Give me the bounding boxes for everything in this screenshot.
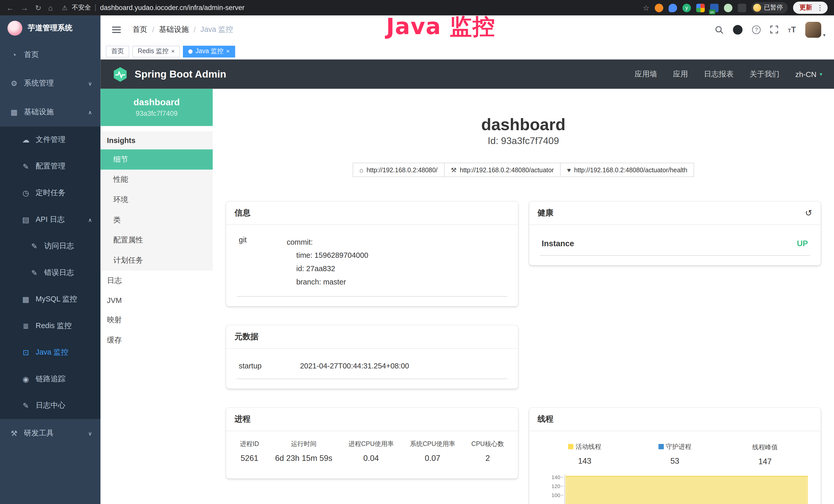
user-menu[interactable]: ▾: [806, 22, 826, 38]
sidebar-item-access-log[interactable]: ✎ 访问日志: [0, 233, 101, 259]
card-title: 进程: [235, 414, 250, 424]
bookmark-star-icon[interactable]: ☆: [643, 3, 649, 12]
sba-item-classes[interactable]: 类: [101, 210, 213, 230]
history-icon[interactable]: ↺: [805, 208, 812, 218]
back-icon[interactable]: ←: [6, 4, 14, 12]
sidebar-item-log-center[interactable]: ✎ 日志中心: [0, 392, 101, 419]
url-text[interactable]: dashboard.yudao.iocoder.cn/infra/admin-s…: [100, 4, 244, 12]
sidebar-item-redis-monitor[interactable]: ≣ Redis 监控: [0, 313, 101, 339]
info-card: 信息 git commit: time: 1596289704000 id: 2…: [226, 202, 518, 306]
sidebar-item-label: 访问日志: [44, 241, 74, 251]
sidebar-item-mysql-monitor[interactable]: ▦ MySQL 监控: [0, 286, 101, 313]
chevron-up-icon: ∧: [88, 217, 92, 223]
sidebar-item-error-log[interactable]: ✎ 错误日志: [0, 259, 101, 286]
extension-green-icon[interactable]: y: [682, 3, 691, 12]
home-icon[interactable]: ⌂: [48, 4, 53, 12]
health-instance-row: Instance UP: [540, 232, 810, 256]
sba-nav-journal[interactable]: 日志报表: [704, 69, 733, 79]
commit-id: id: 27aa832: [287, 262, 368, 275]
breadcrumb-separator: /: [152, 25, 154, 33]
card-title: 健康: [537, 208, 553, 218]
extension-leaf-icon[interactable]: [724, 3, 732, 12]
sidebar-item-java-monitor[interactable]: ⊡ Java 监控: [0, 339, 101, 366]
actuator-url-link[interactable]: ⚒ http://192.168.0.2:48080/actuator: [444, 163, 561, 177]
extension-switch-icon[interactable]: on: [710, 3, 719, 12]
breadcrumb-home[interactable]: 首页: [133, 25, 148, 34]
refresh-icon[interactable]: ↻: [35, 4, 41, 12]
sba-nav-applications[interactable]: 应用: [673, 69, 688, 79]
tab-home[interactable]: 首页: [106, 45, 129, 57]
sidebar-item-trace[interactable]: ◉ 链路追踪: [0, 366, 101, 393]
address-bar[interactable]: ⚠ 不安全 dashboard.yudao.iocoder.cn/infra/a…: [62, 3, 244, 12]
help-icon[interactable]: ?: [752, 25, 761, 33]
tab-redis-monitor[interactable]: Redis 监控 ×: [133, 45, 180, 57]
sba-nav: 应用墙 应用 日志报表 关于我们 zh-CN ▾: [635, 69, 822, 79]
chevron-down-icon: ▾: [820, 71, 822, 77]
sidebar-item-config-manage[interactable]: ✎ 配置管理: [0, 153, 101, 180]
avatar[interactable]: [806, 22, 821, 38]
sidebar-item-home[interactable]: ◔ 首页: [0, 40, 101, 69]
threads-legend-item: 活动线程 143: [540, 442, 630, 466]
sba-brand[interactable]: Spring Boot Admin: [112, 66, 226, 82]
process-metric: 进程ID 5261: [240, 440, 259, 463]
sba-item-config-props[interactable]: 配置属性: [101, 230, 213, 251]
sba-item-details[interactable]: 细节: [101, 150, 213, 170]
service-url-link[interactable]: ⌂ http://192.168.0.2:48080/: [353, 163, 445, 177]
instance-label: Instance: [542, 239, 574, 248]
close-icon[interactable]: ×: [171, 48, 175, 54]
update-label: 更新: [799, 3, 812, 12]
y-tick: 140: [540, 474, 561, 483]
hamburger-icon[interactable]: [112, 29, 121, 30]
browser-update-button[interactable]: 更新 ⋮: [793, 2, 828, 14]
sidebar-item-label: MySQL 监控: [36, 295, 77, 304]
sidebar-item-label: Redis 监控: [36, 321, 72, 331]
tab-label: Java 监控: [195, 47, 223, 56]
locale-selector[interactable]: zh-CN ▾: [795, 70, 822, 78]
app-logo[interactable]: 芋道管理系统: [0, 16, 101, 40]
health-url-link[interactable]: ♥ http://192.168.0.2:48080/actuator/heal…: [560, 163, 694, 177]
header-actions: ? TT ▾: [715, 22, 826, 38]
process-metric: 运行时间 6d 23h 15m 59s: [275, 440, 332, 463]
sba-instance-header[interactable]: dashboard 93a3fc7f7409: [101, 89, 213, 126]
close-icon[interactable]: ×: [226, 48, 229, 54]
sba-nav-about[interactable]: 关于我们: [749, 69, 779, 79]
chevron-up-icon: ∧: [88, 109, 92, 115]
sidebar-item-dev-tools[interactable]: ⚒ 研发工具 ∨: [0, 419, 101, 448]
forward-icon[interactable]: →: [21, 4, 28, 12]
extension-drop-icon[interactable]: [668, 3, 677, 12]
extension-fox-icon[interactable]: [655, 3, 663, 12]
sba-item-metrics[interactable]: 性能: [101, 170, 213, 190]
sba-item-caches[interactable]: 缓存: [101, 330, 213, 350]
sidebar-item-api-log[interactable]: ▤ API 日志 ∧: [0, 206, 101, 233]
link-label: http://192.168.0.2:48080/: [367, 166, 437, 174]
paused-profile-chip[interactable]: 已暂停: [751, 2, 788, 13]
sidebar-item-file-manage[interactable]: ☁ 文件管理: [0, 127, 101, 153]
breadcrumb-separator: /: [194, 25, 196, 33]
sba-item-environment[interactable]: 环境: [101, 190, 213, 210]
extensions-puzzle-icon[interactable]: [738, 3, 746, 12]
browser-menu-icon[interactable]: ⋮: [816, 4, 824, 12]
github-icon[interactable]: [733, 25, 743, 34]
sba-item-scheduled-tasks[interactable]: 计划任务: [101, 250, 213, 271]
sba-item-mappings[interactable]: 映射: [101, 310, 213, 330]
sidebar-item-system[interactable]: ⚙ 系统管理 ∨: [0, 69, 101, 98]
tab-java-monitor[interactable]: Java 监控 ×: [183, 45, 235, 57]
sidebar-item-infra[interactable]: ▦ 基础设施 ∧: [0, 98, 101, 127]
sba-item-logs[interactable]: 日志: [101, 271, 213, 291]
security-warning-icon[interactable]: ⚠: [62, 4, 68, 12]
font-size-icon[interactable]: TT: [788, 25, 796, 34]
extension-grid-icon[interactable]: [696, 3, 705, 12]
sidebar-item-scheduled-jobs[interactable]: ◷ 定时任务: [0, 180, 101, 206]
link-label: http://192.168.0.2:48080/actuator/health: [574, 166, 687, 174]
status-badge: UP: [797, 239, 808, 248]
process-metric: 进程CPU使用率 0.04: [348, 440, 394, 463]
sba-item-jvm[interactable]: JVM: [101, 291, 213, 310]
breadcrumb-infra[interactable]: 基础设施: [159, 25, 189, 34]
fullscreen-icon[interactable]: [770, 25, 778, 33]
search-icon[interactable]: [715, 25, 724, 33]
wrench-icon: ⚒: [451, 166, 456, 174]
sba-nav-wallboard[interactable]: 应用墙: [635, 69, 657, 79]
process-card: 进程 进程ID 5261 运行时间 6d 23h 15m 59s: [226, 408, 518, 478]
big-t-glyph: T: [791, 25, 796, 34]
threads-chart: 140 120 100: [540, 474, 810, 504]
